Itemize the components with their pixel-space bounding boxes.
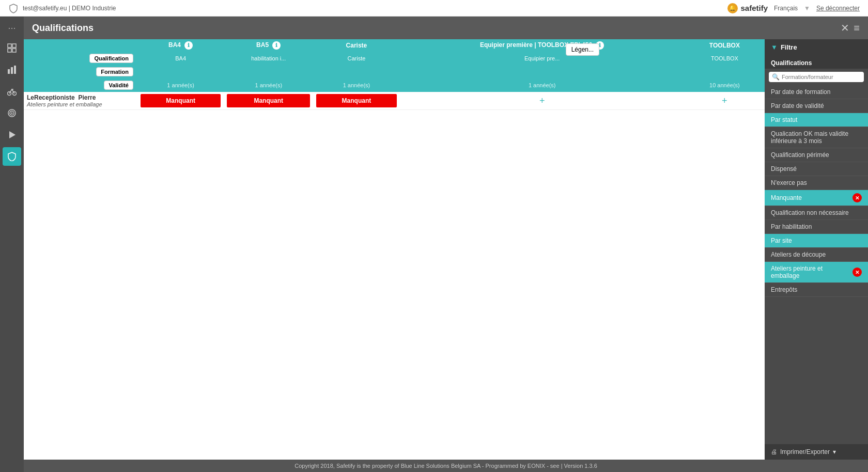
svg-rect-5 xyxy=(11,67,13,74)
table-and-filter: Légen... BA4 ℹ BA5 ℹ xyxy=(24,39,868,460)
sidebar-item-play[interactable] xyxy=(3,125,21,144)
sidebar-item-target[interactable] xyxy=(3,104,21,122)
filter-item-ateliers-peinture[interactable]: Ateliers peinture et emballage ✕ xyxy=(765,262,868,283)
print-icon: 🖨 xyxy=(771,448,777,455)
col-mid-TOOLBOX: TOOLBOX xyxy=(685,52,765,65)
filter-item-ateliers-peinture-content: Ateliers peinture et emballage ✕ xyxy=(771,265,862,279)
info-icon-BA5[interactable]: ℹ xyxy=(272,41,281,50)
sidebar: ··· xyxy=(0,17,24,472)
menu-button[interactable]: ≡ xyxy=(854,22,860,34)
person-cell: LeReceptioniste Pierre Ateliers peinture… xyxy=(24,92,137,110)
svg-rect-1 xyxy=(12,44,16,48)
topbar-right: 🔔 safetify Français ▼ Se déconnecter xyxy=(727,3,860,13)
filter-item-par-habilitation[interactable]: Par habilitation xyxy=(765,220,868,234)
svg-rect-0 xyxy=(8,44,11,48)
col-header-TOOLBOX: TOOLBOX xyxy=(685,39,765,52)
svg-rect-6 xyxy=(14,66,16,74)
filter-label: Filtre xyxy=(781,43,797,51)
sidebar-item-shield[interactable] xyxy=(3,147,21,166)
filter-item-par-date-validite[interactable]: Par date de validité xyxy=(765,99,868,113)
col-header-BA5: BA5 ℹ xyxy=(224,39,313,52)
status-missing-Cariste[interactable]: Manquant xyxy=(316,94,396,107)
svg-point-11 xyxy=(11,113,13,114)
safetify-logo: 🔔 safetify xyxy=(727,3,768,13)
qualification-label-cell: Qualification xyxy=(24,52,137,65)
status-BA4: Manquant xyxy=(137,92,224,110)
col-bot-Equipier: 1 année(s) xyxy=(400,78,685,92)
formation-label-cell: Formation xyxy=(24,65,137,78)
sidebar-item-chart[interactable] xyxy=(3,60,21,79)
filter-item-manquante[interactable]: Manquante ✕ xyxy=(765,190,868,206)
filter-search-box[interactable]: 🔍 xyxy=(769,72,864,82)
validite-label-cell: Validité xyxy=(24,78,137,92)
logo-text: safetify xyxy=(741,4,768,12)
status-BA5: Manquant xyxy=(224,92,313,110)
export-chevron: ▾ xyxy=(833,448,836,455)
filter-item-dispense[interactable]: Dispensé xyxy=(765,162,868,176)
validite-btn[interactable]: Validité xyxy=(104,81,133,90)
table-row: LeReceptioniste Pierre Ateliers peinture… xyxy=(24,92,765,110)
filter-item-par-site[interactable]: Par site xyxy=(765,234,868,248)
col-mid-Cariste: Cariste xyxy=(313,52,399,65)
filter-item-ateliers-decoupe[interactable]: Ateliers de découpe xyxy=(765,248,868,262)
add-button-TOOLBOX[interactable]: + xyxy=(688,96,762,106)
legend-button[interactable]: Légen... xyxy=(566,43,599,56)
status-Equipier: + xyxy=(400,92,685,110)
filter-item-entrepots[interactable]: Entrepôts xyxy=(765,283,868,297)
language-selector[interactable]: Français xyxy=(774,5,798,12)
col-header-Cariste: Cariste xyxy=(313,39,399,52)
svg-rect-4 xyxy=(8,69,10,74)
sidebar-item-bike[interactable] xyxy=(3,82,21,101)
qualification-table: BA4 ℹ BA5 ℹ Cariste Equipier p xyxy=(24,39,765,110)
filter-item-nexerce-pas[interactable]: N'exerce pas xyxy=(765,176,868,190)
print-export-button[interactable]: 🖨 Imprimer/Exporter ▾ xyxy=(765,444,868,460)
col-mid-Equipier: Equipier pre... xyxy=(400,52,685,65)
person-name: LeReceptioniste Pierre xyxy=(27,94,134,101)
sidebar-dots[interactable]: ··· xyxy=(8,21,16,36)
close-button[interactable]: ✕ xyxy=(841,22,849,34)
logout-link[interactable]: Se déconnecter xyxy=(816,5,860,12)
col-header-Equipier: Equipier première | TOOLBOX EPI 456 ℹ xyxy=(400,39,685,52)
topbar-left: test@safetify.eu | DEMO Industrie xyxy=(8,3,116,13)
filter-qualifications-title: Qualifications xyxy=(765,55,868,69)
info-icon-BA4[interactable]: ℹ xyxy=(184,41,193,50)
user-info: test@safetify.eu | DEMO Industrie xyxy=(23,5,116,12)
filter-x-manquante[interactable]: ✕ xyxy=(853,193,862,202)
search-icon: 🔍 xyxy=(772,73,780,81)
col-header-BA4: BA4 ℹ xyxy=(137,39,224,52)
svg-rect-2 xyxy=(8,49,11,52)
qualification-btn[interactable]: Qualification xyxy=(89,54,133,63)
content-area: Qualifications ✕ ≡ Légen... BA4 xyxy=(24,17,868,472)
table-scroll: Légen... BA4 ℹ BA5 ℹ xyxy=(24,39,765,460)
header-row-validite: Validité 1 année(s) 1 année(s) 1 année(s… xyxy=(24,78,765,92)
status-missing-BA5[interactable]: Manquant xyxy=(227,94,310,107)
col-mid-BA5: habilitation i... xyxy=(224,52,313,65)
header-row-mid: Qualification BA4 habilitation i... Cari… xyxy=(24,52,765,65)
filter-item-par-date-formation[interactable]: Par date de formation xyxy=(765,85,868,99)
filter-x-ateliers-peinture[interactable]: ✕ xyxy=(853,268,862,277)
status-missing-BA4[interactable]: Manquant xyxy=(141,94,221,107)
page-title: Qualifications xyxy=(32,23,94,34)
add-button-Equipier[interactable]: + xyxy=(403,96,681,106)
shield-icon xyxy=(8,3,19,13)
col-bot-TOOLBOX: 10 année(s) xyxy=(685,78,765,92)
col-bot-BA5: 1 année(s) xyxy=(224,78,313,92)
col-bot-Cariste: 1 année(s) xyxy=(313,78,399,92)
sidebar-item-grid[interactable] xyxy=(3,39,21,57)
logo-icon: 🔔 xyxy=(727,3,738,13)
filter-item-qual-non-necessaire[interactable]: Qualification non nécessaire xyxy=(765,206,868,220)
col-bot-BA4: 1 année(s) xyxy=(137,78,224,92)
filter-item-qual-perimee[interactable]: Qualification périmée xyxy=(765,148,868,162)
status-TOOLBOX: + xyxy=(685,92,765,110)
col-mid-BA4: BA4 xyxy=(137,52,224,65)
footer: Copyright 2018, Safetify is the property… xyxy=(24,460,868,472)
search-input[interactable] xyxy=(782,74,861,80)
empty-header-cell xyxy=(24,39,137,52)
filter-panel: ▼ Filtre Qualifications 🔍 Par date de fo… xyxy=(765,39,868,460)
page-header-actions: ✕ ≡ xyxy=(841,22,860,34)
filter-item-par-statut[interactable]: Par statut xyxy=(765,113,868,127)
formation-btn[interactable]: Formation xyxy=(96,67,133,76)
header-row-top: BA4 ℹ BA5 ℹ Cariste Equipier p xyxy=(24,39,765,52)
status-Cariste: Manquant xyxy=(313,92,399,110)
filter-item-qual-ok[interactable]: Qualication OK mais validite inférieure … xyxy=(765,127,868,148)
